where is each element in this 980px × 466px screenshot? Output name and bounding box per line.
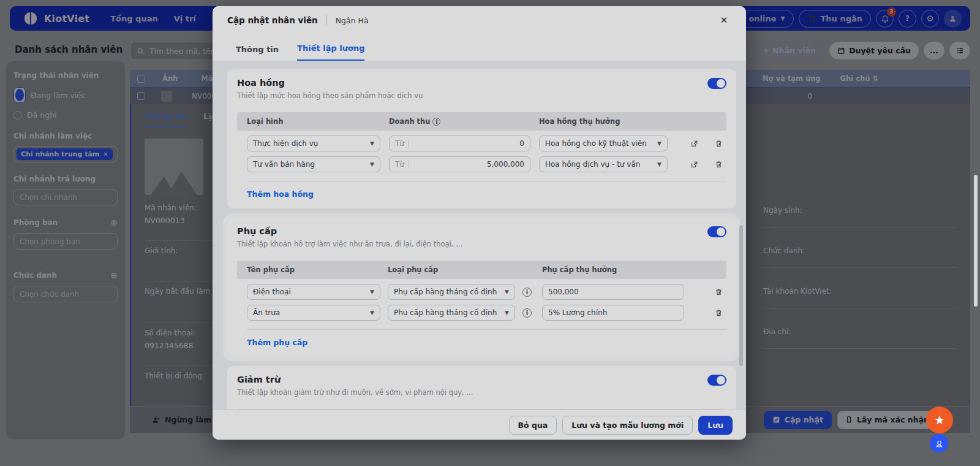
external-link-icon[interactable] [686,140,702,148]
info-icon[interactable]: i [432,118,440,126]
allowance-desc: Thiết lập khoản hỗ trợ làm việc như ăn t… [237,240,462,248]
allowance-type-select[interactable]: Phụ cấp hàng tháng cố định▼ [388,284,515,300]
tab-info[interactable]: Thông tin [236,45,279,61]
commission-toggle[interactable] [707,78,726,89]
support-floating-button[interactable] [930,434,948,453]
allowance-row: Điện thoại▼ Phụ cấp hàng tháng cố định▼ … [237,284,726,300]
deduction-section: Giảm trừ Thiết lập khoản giảm trừ như đi… [227,366,736,410]
caret-down-icon: ▼ [370,310,374,316]
col-loai-phu-cap: Loại phụ cấp [388,265,515,274]
commission-row: Thực hiện dịch vụ▼ Từ0 Hoa hồng cho kỹ t… [237,136,726,151]
modal-body: Hoa hồng Thiết lập mức hoa hồng theo sản… [213,61,746,410]
deduction-desc: Thiết lập khoản giảm trừ như đi muộn, về… [237,388,473,397]
headset-icon [935,439,944,448]
commission-revenue-input[interactable]: Từ0 [389,136,530,151]
caret-down-icon: ▼ [505,310,509,316]
commission-type-select[interactable]: Tư vấn bán hàng▼ [247,156,380,172]
col-loai-hinh: Loại hình [247,117,380,126]
caret-down-icon: ▼ [657,161,662,167]
allowance-amount-input[interactable]: 500,000 [542,284,684,300]
trash-icon[interactable] [710,160,726,169]
close-icon[interactable]: ✕ [717,15,731,26]
header-divider [326,15,327,25]
modal-header: Cập nhật nhân viên Ngân Hà ✕ [213,6,746,34]
trash-icon[interactable] [710,288,726,296]
rewards-floating-button[interactable]: ★ [926,407,953,434]
save-template-button[interactable]: Lưu và tạo mẫu lương mới [562,416,693,435]
allowance-amount-input[interactable]: 5% Lương chính [542,305,684,321]
info-icon[interactable]: i [522,288,532,297]
allowance-title: Phụ cấp [237,226,462,236]
commission-type-select[interactable]: Thực hiện dịch vụ▼ [247,136,380,151]
modal-title: Cập nhật nhân viên [227,15,318,25]
tab-salary-setup[interactable]: Thiết lập lương [297,44,364,61]
modal-footer: Bỏ qua Lưu và tạo mẫu lương mới Lưu [213,410,746,440]
commission-desc: Thiết lập mức hoa hồng theo sản phẩm hoặ… [237,91,423,100]
col-phu-cap-thu-huong: Phụ cấp thụ hưởng [542,265,684,274]
trash-icon[interactable] [710,139,726,148]
save-button[interactable]: Lưu [698,416,733,435]
commission-revenue-input[interactable]: Từ5,000,000 [389,156,530,172]
allowance-section: Phụ cấp Thiết lập khoản hỗ trợ làm việc … [227,218,736,357]
caret-down-icon: ▼ [370,140,374,147]
add-allowance-link[interactable]: Thêm phụ cấp [247,338,307,347]
add-commission-link[interactable]: Thêm hoa hồng [247,189,314,199]
commission-row: Tư vấn bán hàng▼ Từ5,000,000 Hoa hồng dị… [237,156,726,172]
col-ten-phu-cap: Tên phụ cấp [247,265,380,274]
caret-down-icon: ▼ [657,140,662,147]
info-icon[interactable]: i [522,308,532,318]
commission-table-header: Loại hình Doanh thu i Hoa hồng thụ hưởng [237,112,726,131]
col-hoa-hong-thu-huong: Hoa hồng thụ hưởng [539,117,668,126]
allowance-row: Ăn trưa▼ Phụ cấp hàng tháng cố định▼ i 5… [237,305,726,321]
allowance-name-select[interactable]: Điện thoại▼ [247,284,380,300]
deduction-title: Giảm trừ [237,375,473,384]
modal-tabs: Thông tin Thiết lập lương [213,34,746,61]
page-scrollbar[interactable] [974,175,978,307]
caret-down-icon: ▼ [505,289,509,295]
allowance-toggle[interactable] [707,226,726,237]
col-doanh-thu: Doanh thu i [389,117,530,126]
commission-title: Hoa hồng [237,78,423,88]
skip-button[interactable]: Bỏ qua [509,416,557,435]
commission-benefit-select[interactable]: Hoa hồng dịch vụ - tư vấn▼ [539,156,668,172]
modal-scrollbar[interactable] [739,225,743,366]
deduction-toggle[interactable] [707,375,726,386]
caret-down-icon: ▼ [370,289,374,295]
commission-section: Hoa hồng Thiết lập mức hoa hồng theo sản… [227,69,736,208]
caret-down-icon: ▼ [370,161,374,167]
commission-benefit-select[interactable]: Hoa hồng cho kỹ thuật viên▼ [539,136,668,151]
external-link-icon[interactable] [686,161,702,169]
star-icon: ★ [934,413,945,427]
allowance-table-header: Tên phụ cấp Loại phụ cấp Phụ cấp thụ hưở… [237,261,726,279]
update-employee-modal: Cập nhật nhân viên Ngân Hà ✕ Thông tin T… [213,6,746,440]
modal-employee-name: Ngân Hà [336,16,369,25]
allowance-name-select[interactable]: Ăn trưa▼ [247,305,380,321]
allowance-type-select[interactable]: Phụ cấp hàng tháng cố định▼ [388,305,515,321]
trash-icon[interactable] [710,308,726,317]
